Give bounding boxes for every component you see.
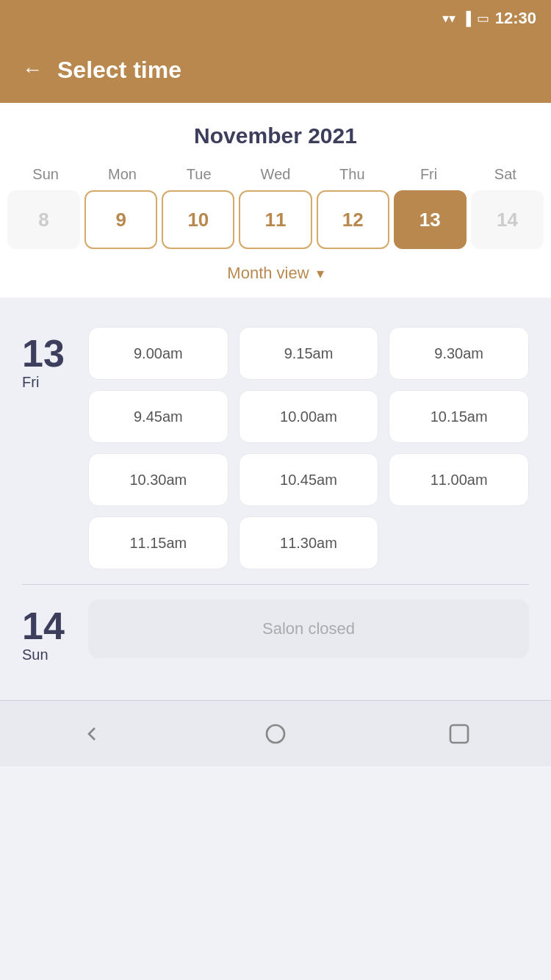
- day-header-fri: Fri: [390, 162, 467, 190]
- day-14-number: 14: [22, 607, 65, 645]
- svg-point-0: [267, 725, 284, 743]
- time-slot-915am[interactable]: 9.15am: [239, 327, 379, 380]
- time-slot-1045am[interactable]: 10.45am: [239, 453, 379, 506]
- time-slot-1100am[interactable]: 11.00am: [389, 453, 529, 506]
- time-slot-1015am[interactable]: 10.15am: [389, 390, 529, 443]
- day-13-info: 13 Fri: [22, 327, 73, 569]
- day-cell-14: 14: [471, 190, 544, 249]
- nav-back-button[interactable]: [73, 716, 110, 752]
- nav-home-button[interactable]: [257, 716, 294, 752]
- signal-icon: ▐: [461, 11, 471, 26]
- salon-closed-message: Salon closed: [88, 599, 529, 658]
- battery-icon: ▭: [477, 10, 489, 26]
- month-view-toggle[interactable]: Month view ▾: [0, 256, 551, 298]
- day-header-sat: Sat: [467, 162, 544, 190]
- day-14-name: Sun: [22, 646, 48, 663]
- status-time: 12:30: [495, 9, 536, 28]
- day-cell-13[interactable]: 13: [394, 190, 467, 249]
- time-slot-1030am[interactable]: 10.30am: [88, 453, 228, 506]
- svg-rect-1: [450, 725, 468, 743]
- time-section: 13 Fri 9.00am 9.15am 9.30am 9.45am 10.00…: [0, 298, 551, 700]
- day-cell-10[interactable]: 10: [162, 190, 234, 249]
- recent-nav-icon: [447, 722, 471, 746]
- day-block-13: 13 Fri 9.00am 9.15am 9.30am 9.45am 10.00…: [0, 312, 551, 584]
- day-13-time-grid: 9.00am 9.15am 9.30am 9.45am 10.00am 10.1…: [88, 327, 529, 569]
- day-cell-12[interactable]: 12: [317, 190, 389, 249]
- day-14-content: 14 Sun Salon closed: [22, 599, 529, 663]
- chevron-down-icon: ▾: [317, 264, 324, 282]
- day-13-content: 13 Fri 9.00am 9.15am 9.30am 9.45am 10.00…: [22, 327, 529, 569]
- month-view-label: Month view: [227, 264, 309, 283]
- status-icons: ▾▾ ▐ ▭ 12:30: [442, 9, 536, 28]
- time-slot-1130am[interactable]: 11.30am: [239, 516, 379, 569]
- day-header-sun: Sun: [7, 162, 84, 190]
- nav-recent-button[interactable]: [441, 716, 478, 752]
- page-title: Select time: [57, 57, 181, 84]
- wifi-icon: ▾▾: [442, 10, 455, 26]
- home-nav-icon: [264, 722, 287, 746]
- day-header-thu: Thu: [314, 162, 390, 190]
- day-block-14: 14 Sun Salon closed: [0, 585, 551, 678]
- time-slot-930am[interactable]: 9.30am: [389, 327, 529, 380]
- time-slot-945am[interactable]: 9.45am: [88, 390, 228, 443]
- time-slot-900am[interactable]: 9.00am: [88, 327, 228, 380]
- day-cell-11[interactable]: 11: [239, 190, 311, 249]
- week-row: 8 9 10 11 12 13 14: [0, 190, 551, 256]
- day-header-wed: Wed: [237, 162, 314, 190]
- bottom-nav: [0, 700, 551, 766]
- time-slot-1000am[interactable]: 10.00am: [239, 390, 379, 443]
- back-nav-icon: [80, 722, 104, 746]
- day-13-name: Fri: [22, 374, 39, 391]
- day-14-info: 14 Sun: [22, 599, 73, 663]
- day-cell-9[interactable]: 9: [84, 190, 157, 249]
- status-bar: ▾▾ ▐ ▭ 12:30: [0, 0, 551, 37]
- day-13-number: 13: [22, 334, 65, 372]
- app-header: ← Select time: [0, 37, 551, 103]
- day-headers-row: Sun Mon Tue Wed Thu Fri Sat: [0, 162, 551, 190]
- back-button[interactable]: ←: [22, 58, 43, 82]
- main-content: November 2021 Sun Mon Tue Wed Thu Fri Sa…: [0, 103, 551, 298]
- day-header-mon: Mon: [84, 162, 160, 190]
- month-year-title: November 2021: [0, 103, 551, 162]
- day-cell-8: 8: [7, 190, 80, 249]
- day-header-tue: Tue: [161, 162, 237, 190]
- time-slot-1115am[interactable]: 11.15am: [88, 516, 228, 569]
